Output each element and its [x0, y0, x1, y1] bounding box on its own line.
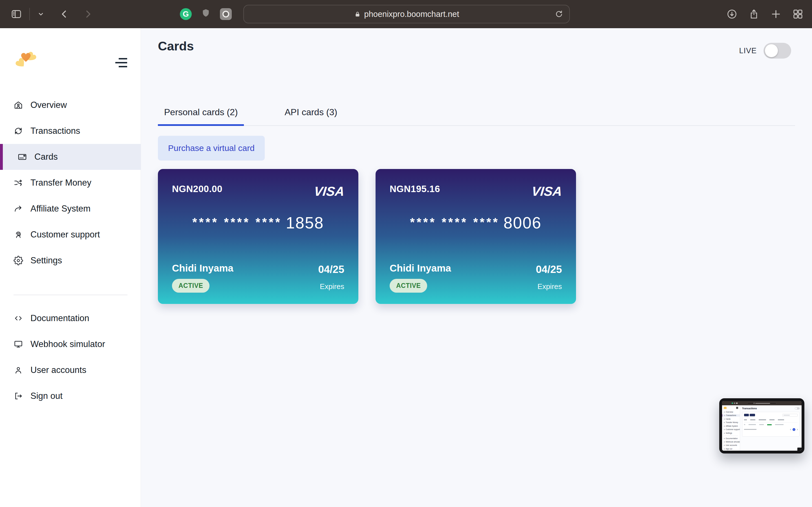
shuffle-icon [13, 178, 23, 187]
sidebar-item-customer-support[interactable]: Customer support [0, 222, 141, 247]
recorder-extension-icon[interactable] [220, 8, 232, 20]
gear-icon [13, 256, 23, 265]
pip-corner-overlay [797, 448, 802, 451]
sign-out-icon [13, 391, 23, 401]
visa-logo: VISA [531, 184, 563, 199]
pip-sidebar-item: Transfer Money [724, 421, 740, 424]
pip-table-panel: 1 [742, 412, 800, 437]
pip-sidebar-item: User accounts [724, 444, 740, 446]
pip-shield-dot [734, 402, 735, 404]
card-number-last4: 8006 [504, 214, 542, 232]
code-icon [13, 314, 23, 323]
tab-api-cards[interactable]: API cards (3) [278, 107, 343, 126]
sidebar-item-webhook-simulator[interactable]: Webhook simulator [0, 331, 141, 357]
sidebar-item-sign-out[interactable]: Sign out [0, 383, 141, 409]
forward-button-icon [82, 8, 94, 20]
app-logo[interactable] [12, 50, 40, 73]
sidebar-item-documentation[interactable]: Documentation [0, 305, 141, 331]
status-badge: ACTIVE [172, 279, 209, 293]
visa-logo: VISA [313, 184, 345, 199]
address-bar[interactable]: phoenixpro.boomchart.net [243, 5, 570, 23]
browser-toolbar: G phoenixpro.boomchart.net [0, 0, 812, 28]
new-tab-icon[interactable] [770, 8, 781, 20]
pip-sidebar-item: Cards [724, 418, 740, 420]
repeat-icon [13, 126, 23, 136]
url-text: phoenixpro.boomchart.net [364, 10, 459, 19]
card-balance: NGN195.16 [390, 184, 440, 194]
sidebar-item-label: Settings [31, 256, 62, 266]
sidebar-item-label: Affiliate System [31, 204, 91, 214]
pip-sidebar-item: Settings [724, 432, 740, 434]
pip-browser-bar [722, 401, 802, 405]
card-holder-name: Chidi Inyama [390, 263, 451, 274]
pip-copy-button [744, 414, 749, 416]
sidebar-item-label: Customer support [31, 230, 100, 240]
cards-grid: NGN200.00 VISA **** **** ****1858 Chidi … [158, 169, 576, 304]
card-number-masked: **** **** **** [410, 216, 499, 229]
sidebar-item-label: User accounts [31, 365, 86, 375]
secondary-nav: Documentation Webhook simulator User acc… [0, 305, 141, 409]
sidebar-item-affiliate-system[interactable]: Affiliate System [0, 196, 141, 222]
card-expires-label: Expires [536, 282, 562, 293]
tab-overview-icon[interactable] [792, 8, 804, 20]
card-number: **** **** ****1858 [158, 214, 358, 232]
sidebar-item-user-accounts[interactable]: User accounts [0, 357, 141, 383]
toolbar-separator [29, 8, 30, 20]
tab-personal-cards[interactable]: Personal cards (2) [158, 107, 244, 126]
virtual-card[interactable]: NGN195.16 VISA **** **** ****8006 Chidi … [375, 169, 576, 304]
sidebar-item-label: Sign out [31, 391, 63, 401]
pip-page-title: Transactions [742, 407, 800, 410]
card-number-last4: 1858 [286, 214, 324, 232]
pip-grammarly-dot [732, 402, 733, 404]
tab-bar: Personal cards (2) API cards (3) [158, 107, 795, 126]
grammarly-extension-icon[interactable]: G [180, 8, 192, 20]
purchase-virtual-card-button[interactable]: Purchase a virtual card [158, 136, 265, 161]
sidebar-item-label: Webhook simulator [31, 339, 105, 349]
pip-screen-content: Overview Transactions Cards Transfer Mon… [722, 401, 802, 451]
sidebar-item-label: Cards [35, 152, 58, 162]
lock-icon [354, 10, 361, 18]
pip-sidebar-item: Webhook simulator [724, 441, 740, 443]
pip-search-field [782, 414, 798, 416]
pip-logo [724, 407, 726, 409]
pip-sidebar-item: Sign out [724, 448, 740, 450]
pip-screen-preview[interactable]: Overview Transactions Cards Transfer Mon… [719, 398, 804, 453]
headset-person-icon [13, 230, 23, 239]
shield-extension-icon[interactable] [201, 8, 211, 20]
home-user-icon [13, 100, 23, 110]
pip-url-pill [747, 402, 776, 404]
sidebar-item-label: Transfer Money [31, 178, 91, 188]
pip-sidebar: Overview Transactions Cards Transfer Mon… [722, 405, 740, 451]
sidebar-item-overview[interactable]: Overview [0, 92, 141, 118]
sidebar-item-label: Transactions [31, 126, 80, 136]
sidebar-item-label: Documentation [31, 313, 89, 323]
primary-nav: Overview Transactions Cards [0, 92, 141, 274]
forward-arrow-icon [13, 204, 23, 214]
share-icon[interactable] [748, 8, 760, 20]
sidebar-item-cards[interactable]: Cards [0, 144, 141, 170]
card-balance: NGN200.00 [172, 184, 222, 194]
chevron-down-icon[interactable] [37, 10, 45, 18]
monitor-icon [13, 339, 23, 349]
sidebar-item-transactions[interactable]: Transactions [0, 118, 141, 144]
back-button-icon[interactable] [59, 8, 70, 20]
card-holder-name: Chidi Inyama [172, 263, 234, 274]
card-number: **** **** ****8006 [375, 214, 576, 232]
pip-sidebar-item-active: Transactions [722, 414, 740, 416]
virtual-card[interactable]: NGN200.00 VISA **** **** ****1858 Chidi … [158, 169, 358, 304]
sidebar-toggle-icon[interactable] [11, 8, 22, 20]
downloads-icon[interactable] [726, 8, 738, 20]
sidebar-item-transfer-money[interactable]: Transfer Money [0, 170, 141, 196]
sidebar-collapse-icon[interactable] [115, 57, 127, 68]
user-icon [13, 365, 23, 375]
pip-main-area: Transactions [740, 405, 802, 451]
pip-sidebar-item: Affiliate System [724, 425, 740, 427]
live-label: LIVE [739, 47, 757, 55]
reload-icon[interactable] [555, 10, 564, 18]
pip-rec-dot [736, 402, 738, 404]
live-toggle[interactable] [763, 43, 791, 59]
status-badge: ACTIVE [390, 279, 427, 293]
sidebar-item-settings[interactable]: Settings [0, 247, 141, 274]
sidebar-item-label: Overview [31, 100, 67, 110]
card-expires-label: Expires [318, 282, 344, 293]
